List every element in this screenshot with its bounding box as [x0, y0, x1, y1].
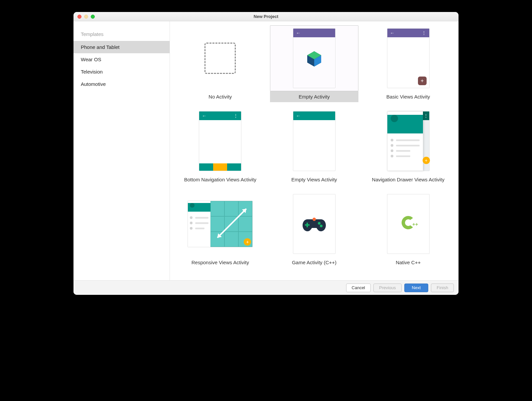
template-no-activity[interactable]: No Activity: [173, 25, 267, 108]
phone-preview: ←: [293, 28, 335, 88]
phone-preview: ++: [387, 194, 430, 254]
template-label: Game Activity (C++): [270, 257, 359, 268]
template-label: Empty Activity: [270, 91, 359, 102]
cancel-button[interactable]: Cancel: [346, 284, 371, 292]
phone-preview: ← ⋮ +: [387, 28, 430, 88]
fab-add-icon: +: [423, 157, 430, 164]
phone-preview: ← ⋮: [199, 111, 241, 171]
template-label: Basic Views Activity: [364, 91, 453, 102]
template-label: Navigation Drawer Views Activity: [364, 174, 453, 185]
overflow-menu-icon: ⋮: [422, 30, 427, 36]
dialog-body: Templates Phone and TabletWear OSTelevis…: [73, 21, 459, 280]
avatar-icon: [190, 203, 195, 208]
sidebar-title: Templates: [73, 27, 170, 41]
jetpack-compose-icon: [306, 51, 323, 67]
svg-text:++: ++: [412, 221, 418, 227]
phone-preview: ←: [293, 111, 335, 171]
next-button[interactable]: Next: [404, 284, 429, 292]
back-arrow-icon: ←: [390, 30, 395, 36]
previous-button: Previous: [373, 284, 402, 292]
sidebar: Templates Phone and TabletWear OSTelevis…: [73, 21, 170, 280]
svg-point-10: [313, 218, 316, 221]
template-bottom-nav[interactable]: ← ⋮ Bottom Navigation Views Activity: [173, 108, 267, 191]
back-arrow-icon: ←: [296, 30, 301, 36]
back-arrow-icon: ←: [202, 113, 206, 118]
template-thumbnail: [176, 25, 265, 91]
new-project-window: New Project Templates Phone and TabletWe…: [73, 12, 459, 295]
template-thumbnail: ← ⋮ +: [364, 25, 453, 91]
resize-arrow-icon: [214, 203, 250, 243]
template-basic-views[interactable]: ← ⋮ + Basic Views Activity: [361, 25, 455, 108]
bottom-navigation-icon: [199, 163, 241, 171]
template-thumbnail: ←: [270, 108, 359, 174]
template-native-cpp[interactable]: ++ Native C++: [361, 191, 455, 274]
template-empty-activity[interactable]: ← Empty Activity: [267, 25, 361, 108]
back-arrow-icon: ←: [296, 113, 301, 118]
template-thumbnail: ⋮ +: [364, 108, 453, 174]
template-thumbnail: +: [176, 191, 265, 257]
phone-preview: ⋮ +: [387, 111, 430, 171]
cpp-icon: ++: [398, 213, 419, 235]
sidebar-item-wear-os[interactable]: Wear OS: [73, 53, 170, 66]
template-empty-views[interactable]: ← Empty Views Activity: [267, 108, 361, 191]
template-label: Bottom Navigation Views Activity: [176, 174, 265, 185]
sidebar-item-television[interactable]: Television: [73, 66, 170, 78]
sidebar-item-automotive[interactable]: Automotive: [73, 78, 170, 90]
phone-preview: [293, 194, 335, 254]
finish-button: Finish: [431, 284, 454, 292]
template-thumbnail: ++: [364, 191, 453, 257]
template-thumbnail: [270, 191, 359, 257]
template-label: Responsive Views Activity: [176, 257, 265, 268]
avatar-icon: [391, 115, 398, 122]
footer: Cancel Previous Next Finish: [73, 280, 459, 295]
drawer-list-icon: [387, 133, 423, 163]
template-responsive[interactable]: + Responsive Views Activity: [173, 191, 267, 274]
overflow-menu-icon: ⋮: [233, 113, 238, 118]
svg-point-8: [318, 222, 321, 225]
template-label: Empty Views Activity: [270, 174, 359, 185]
overflow-menu-icon: ⋮: [424, 113, 429, 118]
svg-line-3: [217, 209, 246, 238]
template-label: No Activity: [176, 91, 265, 102]
titlebar: New Project: [73, 12, 459, 21]
sidebar-item-phone-and-tablet[interactable]: Phone and Tablet: [73, 41, 170, 53]
gamepad-icon: [302, 216, 327, 232]
template-game-cpp[interactable]: Game Activity (C++): [267, 191, 361, 274]
dashed-box-icon: [204, 43, 236, 74]
tablet-preview: +: [188, 201, 253, 247]
window-title: New Project: [73, 14, 459, 19]
template-nav-drawer[interactable]: ⋮ + Navigation Drawer Views Activity: [361, 108, 455, 191]
template-thumbnail: ← ⋮: [176, 108, 265, 174]
svg-point-9: [320, 225, 323, 227]
template-grid: No Activity ← Empty Activity ← ⋮ + Basic…: [170, 21, 459, 280]
svg-rect-7: [305, 224, 310, 226]
fab-add-icon: +: [418, 77, 427, 85]
template-label: Native C++: [364, 257, 453, 268]
template-thumbnail: ←: [270, 25, 359, 91]
